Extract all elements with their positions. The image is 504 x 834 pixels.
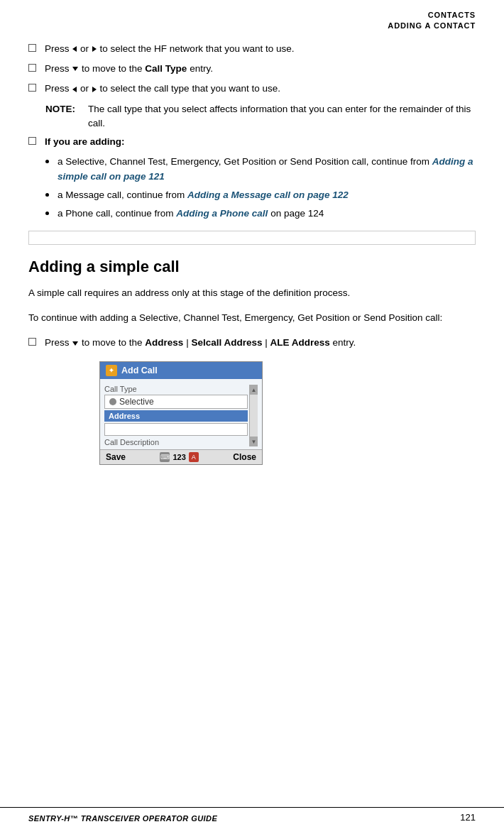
bullet2-text1: to move to the [82,63,145,74]
sub-bullet-3-text: a Phone call, continue from [57,208,176,219]
address-bold2: Selcall Address [191,337,262,348]
address-bullet-list: Press to move to the Address | Selcall A… [28,336,476,350]
sub-bullet-3-text2: on page 124 [270,208,324,219]
dialog-window: ✦ Add Call Call Type Selective Address C… [99,361,263,465]
dot-bullet [45,160,49,163]
sub-bullet-2-text: a Message call, continue from [57,190,187,200]
arrow-right-icon [92,87,97,92]
if-adding-label: If you are adding: [45,136,125,147]
address-bold1: Address [145,337,183,348]
keyboard-icons: ⌨ 123 A [160,452,198,462]
para1: A simple call requires an address only a… [28,286,476,301]
para2: To continue with adding a Selective, Cha… [28,311,476,326]
dot-bullet [45,212,49,215]
header-line2: Adding a contact [388,21,476,30]
bullet1-text: to select the HF network that you want t… [100,43,295,54]
save-button[interactable]: Save [106,452,126,462]
sub-bullet-list: a Selective, Channel Test, Emergency, Ge… [45,155,476,221]
note-text: The call type that you select affects in… [88,102,476,131]
call-type-icon [109,398,116,405]
checkbox-bullet [28,44,36,52]
footer-page-number: 121 [460,812,476,823]
dot-bullet [45,193,49,197]
sub-bullet-2-link: Adding a Message call on page 122 [187,190,349,200]
scrollbar-down-button[interactable]: ▼ [250,437,258,446]
call-type-text: Selective [119,397,154,407]
num-icon: 123 [172,453,185,461]
bullet3-text: to select the call type that you want to… [100,83,280,94]
address-bullet-press: Press [45,337,72,348]
address-section-label: Address [104,410,248,422]
checkbox-bullet [28,338,36,346]
header-line1: Contacts [428,11,476,19]
list-item: Press or to select the call type that yo… [28,82,476,96]
checkbox-list: Press or to select the HF network that y… [28,42,476,97]
note-label: NOTE: [45,102,75,131]
list-item-adding: If you are adding: [28,135,476,149]
arrow-down-icon [72,67,78,71]
bullet1-press: Press [45,43,72,54]
list-item: Press to move to the Call Type entry. [28,62,476,76]
bullet1-or: or [80,43,92,54]
bullet2-bold: Call Type [145,63,187,74]
call-desc-label: Call Description [104,438,248,446]
bullet3-or: or [80,83,92,94]
dialog-footer: Save ⌨ 123 A Close [100,449,262,464]
dialog-scrollbar[interactable]: ▲ ▼ [249,385,258,446]
address-bullet-text1: to move to the [82,337,145,348]
checkbox-bullet [28,137,36,145]
bullet2-press: Press [45,63,72,74]
sub-bullet-item: a Message call, continue from Adding a M… [45,188,476,202]
arrow-down-icon [72,341,78,346]
address-input-field[interactable] [104,423,248,436]
divider-box [28,231,476,245]
scrollbar-up-button[interactable]: ▲ [250,385,258,395]
checkbox-list-2: If you are adding: [28,135,476,149]
sub-bullet-item: a Phone call, continue from Adding a Pho… [45,207,476,221]
page-header: Contacts Adding a contact [0,0,504,35]
bullet3-press: Press [45,83,72,94]
dialog-body: Call Type Selective Address Call Descrip… [100,379,262,449]
sub-bullet-item: a Selective, Channel Test, Emergency, Ge… [45,155,476,184]
checkbox-bullet [28,64,36,72]
call-type-value: Selective [104,395,248,409]
footer-product: Sentry-H™ Transceiver Operator Guide [28,814,217,823]
arrow-left-icon [72,46,77,52]
address-sep2: | [265,337,270,348]
address-text-end: entry. [333,337,356,348]
keyboard-icon1: ⌨ [160,452,170,462]
bullet2-text2: entry. [190,63,213,74]
address-bullet-item: Press to move to the Address | Selcall A… [28,336,476,350]
address-bold3: ALE Address [270,337,330,348]
arrow-right-icon [92,46,97,52]
sub-bullet-3-link: Adding a Phone call [176,208,268,219]
arrow-left-icon [72,87,77,92]
dialog-body-inner: Call Type Selective Address Call Descrip… [104,385,258,446]
sub-bullet-1-text: a Selective, Channel Test, Emergency, Ge… [57,156,432,167]
page-footer: Sentry-H™ Transceiver Operator Guide 121 [0,807,504,823]
dialog-title-icon: ✦ [106,365,117,376]
dialog-title: Add Call [121,366,158,375]
checkbox-bullet [28,84,36,92]
call-type-label: Call Type [104,385,248,393]
note-block: NOTE: The call type that you select affe… [45,102,476,131]
dialog-titlebar: ✦ Add Call [100,362,262,379]
keyboard-icon2: A [189,452,199,462]
section-heading: Adding a simple call [28,258,476,276]
close-button[interactable]: Close [233,452,256,462]
main-content: Press or to select the HF network that y… [0,35,504,491]
list-item: Press or to select the HF network that y… [28,42,476,56]
